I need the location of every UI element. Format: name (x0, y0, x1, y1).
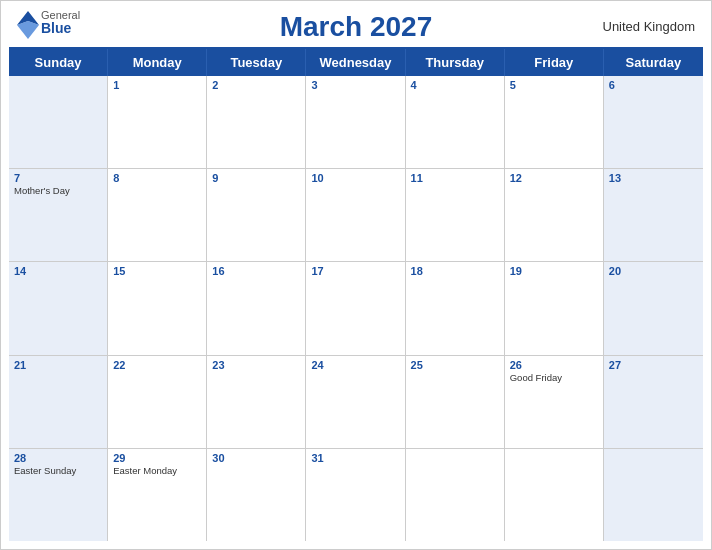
day-cell-w3-d4: 17 (306, 262, 405, 354)
day-number: 30 (212, 452, 300, 464)
day-cell-w2-d7: 13 (604, 169, 703, 261)
holiday-label: Mother's Day (14, 185, 102, 196)
day-cell-w4-d5: 25 (406, 356, 505, 448)
header-monday: Monday (108, 49, 207, 76)
day-number: 31 (311, 452, 399, 464)
calendar: General Blue March 2027 United Kingdom S… (0, 0, 712, 550)
day-cell-w5-d4: 31 (306, 449, 405, 541)
day-number: 5 (510, 79, 598, 91)
holiday-label: Easter Sunday (14, 465, 102, 476)
day-cell-w2-d5: 11 (406, 169, 505, 261)
day-cell-w2-d1: 7Mother's Day (9, 169, 108, 261)
day-cell-w5-d5 (406, 449, 505, 541)
day-cell-w1-d5: 4 (406, 76, 505, 168)
day-cell-w5-d2: 29Easter Monday (108, 449, 207, 541)
day-number: 22 (113, 359, 201, 371)
header-wednesday: Wednesday (306, 49, 405, 76)
day-cell-w2-d6: 12 (505, 169, 604, 261)
region-label: United Kingdom (603, 19, 696, 34)
week-row-4: 212223242526Good Friday27 (9, 356, 703, 449)
day-number: 25 (411, 359, 499, 371)
day-number: 10 (311, 172, 399, 184)
day-number: 13 (609, 172, 698, 184)
day-headers-row: Sunday Monday Tuesday Wednesday Thursday… (9, 49, 703, 76)
header-saturday: Saturday (604, 49, 703, 76)
day-cell-w4-d2: 22 (108, 356, 207, 448)
day-cell-w5-d3: 30 (207, 449, 306, 541)
day-number: 21 (14, 359, 102, 371)
day-number: 24 (311, 359, 399, 371)
day-number: 6 (609, 79, 698, 91)
day-cell-w3-d1: 14 (9, 262, 108, 354)
day-cell-w5-d1: 28Easter Sunday (9, 449, 108, 541)
day-cell-w4-d7: 27 (604, 356, 703, 448)
day-number: 15 (113, 265, 201, 277)
holiday-label: Good Friday (510, 372, 598, 383)
day-number: 8 (113, 172, 201, 184)
calendar-grid: Sunday Monday Tuesday Wednesday Thursday… (9, 47, 703, 541)
day-cell-w1-d7: 6 (604, 76, 703, 168)
day-cell-w4-d1: 21 (9, 356, 108, 448)
day-cell-w4-d4: 24 (306, 356, 405, 448)
weeks-container: 1234567Mother's Day891011121314151617181… (9, 76, 703, 541)
day-cell-w1-d1 (9, 76, 108, 168)
day-cell-w2-d2: 8 (108, 169, 207, 261)
week-row-1: 123456 (9, 76, 703, 169)
logo-bird-icon (17, 11, 39, 39)
header-friday: Friday (505, 49, 604, 76)
week-row-2: 7Mother's Day8910111213 (9, 169, 703, 262)
header-thursday: Thursday (406, 49, 505, 76)
day-cell-w3-d7: 20 (604, 262, 703, 354)
logo: General Blue (17, 9, 80, 39)
logo-blue: Blue (41, 21, 80, 36)
header-sunday: Sunday (9, 49, 108, 76)
day-cell-w3-d2: 15 (108, 262, 207, 354)
day-number: 14 (14, 265, 102, 277)
day-cell-w4-d3: 23 (207, 356, 306, 448)
day-number: 17 (311, 265, 399, 277)
day-cell-w2-d4: 10 (306, 169, 405, 261)
day-cell-w5-d7 (604, 449, 703, 541)
day-number: 2 (212, 79, 300, 91)
day-number: 7 (14, 172, 102, 184)
day-cell-w5-d6 (505, 449, 604, 541)
day-cell-w4-d6: 26Good Friday (505, 356, 604, 448)
day-number: 20 (609, 265, 698, 277)
day-cell-w2-d3: 9 (207, 169, 306, 261)
day-number: 1 (113, 79, 201, 91)
day-number: 3 (311, 79, 399, 91)
header-tuesday: Tuesday (207, 49, 306, 76)
day-cell-w1-d4: 3 (306, 76, 405, 168)
calendar-header: General Blue March 2027 United Kingdom (1, 1, 711, 47)
day-cell-w1-d3: 2 (207, 76, 306, 168)
day-number: 4 (411, 79, 499, 91)
day-number: 23 (212, 359, 300, 371)
day-cell-w1-d6: 5 (505, 76, 604, 168)
week-row-5: 28Easter Sunday29Easter Monday3031 (9, 449, 703, 541)
calendar-title: March 2027 (280, 11, 433, 43)
holiday-label: Easter Monday (113, 465, 201, 476)
day-cell-w3-d5: 18 (406, 262, 505, 354)
day-number: 12 (510, 172, 598, 184)
day-cell-w1-d2: 1 (108, 76, 207, 168)
day-cell-w3-d6: 19 (505, 262, 604, 354)
day-number: 29 (113, 452, 201, 464)
day-cell-w3-d3: 16 (207, 262, 306, 354)
week-row-3: 14151617181920 (9, 262, 703, 355)
day-number: 27 (609, 359, 698, 371)
day-number: 19 (510, 265, 598, 277)
day-number: 28 (14, 452, 102, 464)
day-number: 26 (510, 359, 598, 371)
day-number: 18 (411, 265, 499, 277)
day-number: 9 (212, 172, 300, 184)
day-number: 16 (212, 265, 300, 277)
day-number: 11 (411, 172, 499, 184)
